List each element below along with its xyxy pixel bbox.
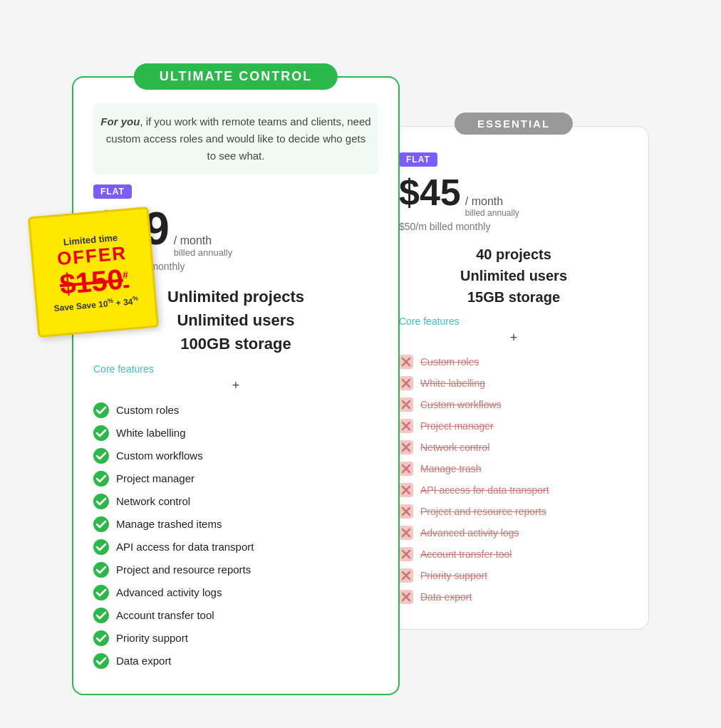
essential-price-big: $45 bbox=[399, 174, 461, 211]
x-icon bbox=[399, 462, 413, 476]
essential-highlights: 40 projects Unlimited users 15GB storage bbox=[399, 244, 628, 308]
essential-monthly-note: $50/m billed monthly bbox=[399, 221, 628, 232]
x-icon bbox=[399, 590, 413, 604]
list-item: Project and resource reports bbox=[399, 501, 628, 522]
card-essential: ESSENTIAL FLAT $45 / month billed annual… bbox=[378, 126, 649, 630]
promo-price-value: $150 bbox=[58, 263, 124, 300]
ultimate-subtitle-em: For you bbox=[100, 115, 140, 128]
list-item: Network control bbox=[93, 490, 378, 513]
ultimate-per: / month bbox=[174, 234, 232, 247]
feature-label: White labelling bbox=[420, 378, 485, 389]
svg-point-9 bbox=[93, 608, 109, 623]
list-item: Advanced activity logs bbox=[399, 522, 628, 544]
feature-label: White labelling bbox=[116, 427, 186, 439]
x-icon bbox=[399, 440, 413, 454]
list-item: Custom roles bbox=[93, 399, 378, 422]
x-icon bbox=[399, 355, 413, 369]
svg-point-6 bbox=[93, 539, 109, 555]
list-item: API access for data transport bbox=[399, 479, 628, 501]
feature-label: Project and resource reports bbox=[420, 506, 546, 517]
ultimate-feature-list: Custom roles White labelling Custom work… bbox=[93, 399, 378, 672]
x-icon bbox=[399, 504, 413, 519]
feature-label: API access for data transport bbox=[116, 541, 254, 553]
essential-highlight-3: 15GB storage bbox=[399, 286, 628, 308]
feature-label: Manage trash bbox=[420, 463, 482, 474]
feature-label: Custom workflows bbox=[420, 399, 502, 410]
essential-badge-text: ESSENTIAL bbox=[477, 118, 550, 130]
svg-point-0 bbox=[93, 402, 109, 418]
list-item: Network control bbox=[399, 437, 628, 458]
list-item: Priority support bbox=[399, 565, 628, 586]
list-item: Custom workflows bbox=[399, 394, 628, 415]
essential-price-details: / month billed annually bbox=[465, 195, 519, 218]
check-icon bbox=[93, 494, 109, 509]
svg-point-8 bbox=[93, 585, 109, 600]
feature-label: Network control bbox=[116, 495, 190, 507]
ultimate-subtitle-rest: , if you work with remote teams and clie… bbox=[106, 115, 371, 162]
list-item: Account transfer tool bbox=[93, 604, 378, 627]
feature-label: Advanced activity logs bbox=[116, 586, 222, 598]
check-icon bbox=[93, 608, 109, 623]
svg-point-11 bbox=[93, 653, 109, 669]
feature-label: Account transfer tool bbox=[116, 609, 214, 621]
cards-container: Limited time OFFER $150# Save Save 10% +… bbox=[40, 62, 681, 695]
feature-label: Project manager bbox=[116, 472, 194, 484]
list-item: Project manager bbox=[93, 467, 378, 490]
list-item: Priority support bbox=[93, 627, 378, 650]
feature-label: Custom workflows bbox=[116, 449, 203, 462]
list-item: Custom roles bbox=[399, 351, 628, 373]
essential-price-row: $45 / month billed annually bbox=[399, 174, 628, 218]
x-icon bbox=[399, 568, 413, 583]
essential-core-features-link[interactable]: Core features bbox=[399, 316, 460, 327]
feature-label: Custom roles bbox=[420, 356, 479, 368]
list-item: Data export bbox=[399, 586, 628, 608]
feature-label: Account transfer tool bbox=[420, 548, 512, 560]
ultimate-highlight-3: 100GB storage bbox=[93, 332, 378, 355]
check-icon bbox=[93, 562, 109, 578]
ultimate-flat-badge: FLAT bbox=[93, 184, 132, 199]
list-item: Manage trashed items bbox=[93, 513, 378, 536]
promo-save-num: Save 10 bbox=[76, 298, 108, 311]
list-item: API access for data transport bbox=[93, 536, 378, 558]
check-icon bbox=[93, 653, 109, 669]
essential-flat-badge: FLAT bbox=[399, 152, 437, 167]
ultimate-badge-text: ULTIMATE CONTROL bbox=[160, 69, 312, 83]
check-icon bbox=[93, 471, 109, 487]
feature-label: Priority support bbox=[116, 632, 188, 644]
x-icon bbox=[399, 376, 413, 390]
feature-label: Advanced activity logs bbox=[420, 527, 519, 539]
feature-label: Project manager bbox=[420, 420, 494, 432]
essential-highlight-1: 40 projects bbox=[399, 244, 628, 265]
feature-label: Project and resource reports bbox=[116, 563, 251, 576]
check-icon bbox=[93, 539, 109, 555]
x-icon bbox=[399, 419, 413, 433]
feature-label: Network control bbox=[420, 442, 489, 453]
essential-billed: billed annually bbox=[465, 208, 519, 218]
essential-per: / month bbox=[465, 195, 519, 208]
ultimate-subtitle: For you, if you work with remote teams a… bbox=[93, 103, 378, 175]
check-icon bbox=[93, 585, 109, 600]
feature-label: API access for data transport bbox=[420, 484, 549, 496]
ultimate-price-details: / month billed annually bbox=[174, 234, 232, 258]
essential-plus-divider: + bbox=[399, 331, 628, 345]
list-item: Data export bbox=[93, 650, 378, 672]
x-icon bbox=[399, 526, 413, 540]
list-item: Account transfer tool bbox=[399, 544, 628, 565]
list-item: White labelling bbox=[399, 373, 628, 394]
x-icon bbox=[399, 483, 413, 497]
promo-save-sup2: % bbox=[133, 295, 139, 303]
list-item: Advanced activity logs bbox=[93, 581, 378, 604]
check-icon bbox=[93, 630, 109, 646]
essential-highlight-2: Unlimited users bbox=[399, 265, 628, 286]
svg-point-3 bbox=[93, 471, 109, 487]
feature-label: Data export bbox=[420, 591, 472, 603]
ultimate-title-badge: ULTIMATE CONTROL bbox=[134, 63, 338, 90]
check-icon bbox=[93, 402, 109, 418]
list-item: White labelling bbox=[93, 422, 378, 444]
ultimate-billed: billed annually bbox=[174, 247, 232, 258]
promo-hash: # bbox=[122, 269, 128, 281]
ultimate-core-features-link[interactable]: Core features bbox=[93, 363, 154, 375]
essential-price-section: FLAT $45 / month billed annually $50/m b… bbox=[399, 152, 628, 232]
feature-label: Custom roles bbox=[116, 404, 179, 416]
feature-label: Data export bbox=[116, 655, 172, 667]
